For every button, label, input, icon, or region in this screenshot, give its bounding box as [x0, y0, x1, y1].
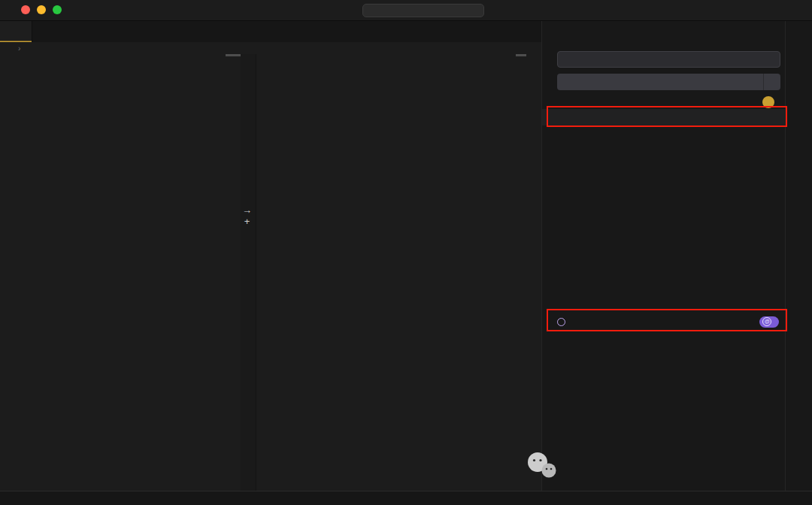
sidebar-title	[542, 21, 785, 36]
commit-graph-row[interactable]: @	[542, 313, 785, 330]
sidebar-spacer	[542, 330, 785, 476]
diff-modified-pane[interactable]	[256, 54, 541, 491]
commit-button-main[interactable]	[557, 74, 763, 90]
diff-editor: →+	[0, 54, 541, 491]
tab-bar	[0, 21, 541, 42]
activity-bar	[785, 21, 812, 491]
commit-message-box	[557, 51, 780, 68]
commit-message-input[interactable]	[558, 55, 780, 64]
changed-file-row[interactable]	[542, 109, 785, 125]
titlebar	[0, 0, 812, 21]
horizontal-scrollbar[interactable]	[226, 54, 241, 56]
diff-action-arrows[interactable]: →+	[242, 204, 252, 227]
cursor-editor-window: › →+	[0, 0, 812, 505]
graph-section-header[interactable]	[542, 302, 785, 313]
minimize-window-button[interactable]	[37, 5, 46, 14]
sidebar-spacer	[542, 125, 785, 302]
editor-region: › →+	[0, 21, 541, 491]
overview-ruler[interactable]	[525, 54, 541, 491]
status-bar	[0, 491, 812, 505]
breadcrumb[interactable]: ›	[0, 42, 541, 54]
editor-actions	[531, 21, 541, 42]
breadcrumb-separator: ›	[18, 44, 21, 53]
branch-pill[interactable]: @	[759, 316, 779, 328]
source-control-sidebar: @	[541, 21, 785, 491]
command-center-search[interactable]	[362, 4, 484, 17]
window-controls	[21, 5, 62, 14]
close-window-button[interactable]	[21, 5, 30, 14]
diff-sash[interactable]	[241, 54, 256, 491]
changes-count-badge	[762, 96, 774, 108]
gitlens-section-header[interactable]	[542, 476, 785, 486]
head-icon: @	[762, 317, 771, 326]
commit-node-icon	[557, 318, 565, 326]
commit-button[interactable]	[557, 74, 780, 90]
tab-app-vue[interactable]	[0, 21, 32, 42]
maximize-window-button[interactable]	[53, 5, 62, 14]
commit-dropdown[interactable]	[763, 74, 780, 90]
scm-section-header[interactable]	[542, 36, 785, 50]
diff-original-pane[interactable]	[0, 54, 241, 491]
changes-section-header[interactable]	[542, 95, 785, 109]
